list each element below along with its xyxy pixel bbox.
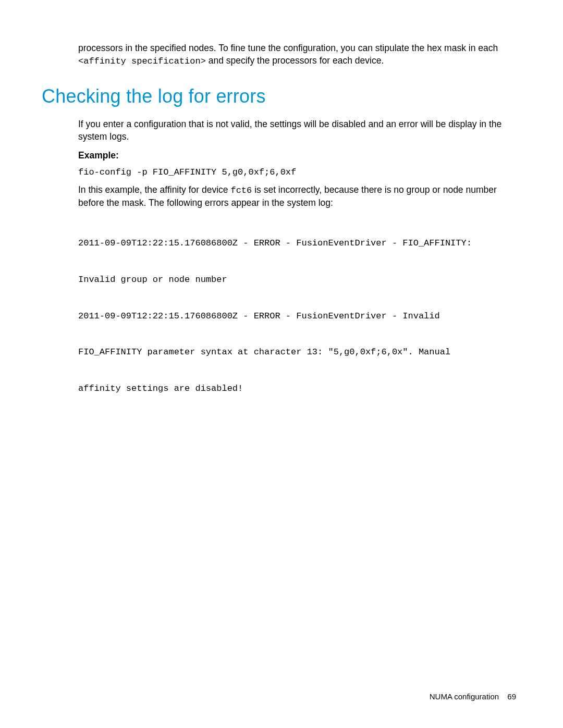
log-output: 2011-09-09T12:22:15.176086800Z - ERROR -… bbox=[78, 216, 516, 416]
para2-code: fct6 bbox=[230, 186, 252, 195]
log-line: 2011-09-09T12:22:15.176086800Z - ERROR -… bbox=[78, 235, 516, 253]
para-validity: If you enter a configuration that is not… bbox=[78, 118, 516, 143]
intro-text-after: and specify the processors for each devi… bbox=[206, 55, 384, 66]
example-label: Example: bbox=[78, 150, 516, 161]
intro-text-before: processors in the specified nodes. To fi… bbox=[78, 43, 498, 53]
command-line: fio-config -p FIO_AFFINITY 5,g0,0xf;6,0x… bbox=[78, 167, 516, 177]
log-line: FIO_AFFINITY parameter syntax at charact… bbox=[78, 343, 516, 362]
log-line: affinity settings are disabled! bbox=[78, 380, 516, 398]
footer-page-number: 69 bbox=[507, 692, 516, 701]
section-heading: Checking the log for errors bbox=[42, 85, 516, 107]
para2-before: In this example, the affinity for device bbox=[78, 184, 230, 195]
intro-code: <affinity specification> bbox=[78, 56, 206, 66]
page-footer: NUMA configuration 69 bbox=[430, 692, 516, 701]
log-line: Invalid group or node number bbox=[78, 271, 516, 289]
para-example-desc: In this example, the affinity for device… bbox=[78, 183, 516, 209]
page-content: processors in the specified nodes. To fi… bbox=[0, 0, 563, 416]
intro-paragraph: processors in the specified nodes. To fi… bbox=[78, 42, 516, 68]
footer-section: NUMA configuration bbox=[430, 692, 499, 701]
log-line: 2011-09-09T12:22:15.176086800Z - ERROR -… bbox=[78, 307, 516, 326]
